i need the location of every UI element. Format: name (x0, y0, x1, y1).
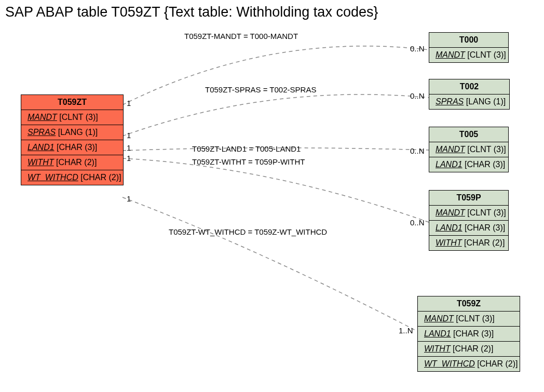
rel-label: T059ZT-WT_WITHCD = T059Z-WT_WITHCD (169, 227, 327, 236)
entity-t005: T005 MANDT [CLNT (3)] LAND1 [CHAR (3)] (429, 127, 509, 172)
card-tgt: 0..N (410, 91, 425, 100)
card-src: 1 (127, 154, 131, 163)
entity-t002: T002 SPRAS [LANG (1)] (429, 79, 510, 110)
field-row: MANDT [CLNT (3)] (418, 312, 520, 327)
field-row: MANDT [CLNT (3)] (21, 110, 123, 125)
er-diagram: { "title": "SAP ABAP table T059ZT {Text … (0, 0, 544, 392)
field-row: SPRAS [LANG (1)] (21, 125, 123, 140)
field-row: LAND1 [CHAR (3)] (429, 157, 508, 172)
entity-t000: T000 MANDT [CLNT (3)] (429, 32, 509, 63)
entity-t059z: T059Z MANDT [CLNT (3)] LAND1 [CHAR (3)] … (417, 296, 520, 372)
field-row: WT_WITHCD [CHAR (2)] (21, 170, 123, 185)
field-row: SPRAS [LANG (1)] (429, 94, 509, 109)
card-src: 1 (127, 131, 131, 140)
field-row: WITHT [CHAR (2)] (418, 342, 520, 357)
field-row: WT_WITHCD [CHAR (2)] (418, 357, 520, 371)
card-src: 1 (127, 99, 131, 107)
entity-header: T059ZT (21, 95, 123, 110)
card-src: 1 (127, 194, 131, 203)
entity-t059p: T059P MANDT [CLNT (3)] LAND1 [CHAR (3)] … (429, 190, 509, 251)
entity-t059zt: T059ZT MANDT [CLNT (3)] SPRAS [LANG (1)]… (21, 94, 124, 185)
card-tgt: 0..N (410, 146, 425, 155)
rel-label: T059ZT-SPRAS = T002-SPRAS (205, 85, 316, 94)
card-tgt: 1..N (399, 326, 413, 335)
field-row: WITHT [CHAR (2)] (429, 236, 508, 250)
field-row: MANDT [CLNT (3)] (429, 142, 508, 157)
field-row: LAND1 [CHAR (3)] (418, 327, 520, 342)
card-src: 1 (127, 143, 131, 152)
card-tgt: 0..N (410, 44, 425, 53)
field-row: WITHT [CHAR (2)] (21, 155, 123, 170)
entity-header: T059Z (418, 296, 520, 312)
entity-header: T005 (429, 127, 508, 142)
field-row: MANDT [CLNT (3)] (429, 48, 508, 62)
rel-label: T059ZT-MANDT = T000-MANDT (184, 32, 298, 40)
card-tgt: 0..N (410, 218, 425, 227)
field-row: MANDT [CLNT (3)] (429, 206, 508, 221)
entity-header: T059P (429, 191, 508, 206)
field-row: LAND1 [CHAR (3)] (21, 140, 123, 155)
field-row: LAND1 [CHAR (3)] (429, 221, 508, 236)
entity-header: T000 (429, 33, 508, 48)
page-title: SAP ABAP table T059ZT {Text table: Withh… (5, 4, 378, 20)
entity-header: T002 (429, 79, 509, 94)
rel-label: T059ZT-LAND1 = T005-LAND1 (192, 144, 301, 153)
rel-label: T059ZT-WITHT = T059P-WITHT (192, 157, 305, 166)
